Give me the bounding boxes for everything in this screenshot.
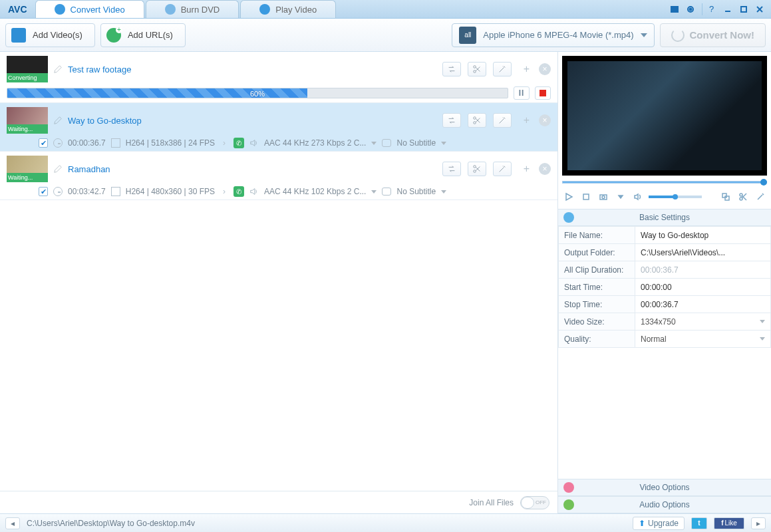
- video-preview[interactable]: [562, 56, 767, 176]
- upgrade-button[interactable]: ⬆Upgrade: [633, 517, 685, 530]
- file-name-field[interactable]: Way to Go-desktop: [635, 227, 771, 244]
- disc-icon: [165, 4, 176, 15]
- seek-bar[interactable]: [562, 180, 767, 185]
- list-item[interactable]: Waiting... Way to Go-desktop + × ✔ 00:00…: [0, 103, 557, 152]
- video-options-header[interactable]: Video Options: [558, 479, 771, 496]
- phone-icon: ✆: [233, 138, 244, 148]
- label-video-size: Video Size:: [559, 313, 635, 331]
- stop-button[interactable]: [535, 86, 551, 100]
- settings-icon[interactable]: [683, 3, 698, 15]
- stop-time-field[interactable]: 00:00:36.7: [635, 296, 771, 313]
- tab-burn-dvd[interactable]: Burn DVD: [146, 0, 239, 18]
- magic-wand-icon[interactable]: [493, 113, 512, 128]
- settings-table: File Name: Way to Go-desktop Output Fold…: [558, 226, 771, 348]
- toolbar: Add Video(s) Add URL(s) all Apple iPhone…: [0, 19, 771, 52]
- scissors-icon[interactable]: [468, 162, 486, 176]
- video-thumbnail[interactable]: Waiting...: [7, 107, 48, 134]
- convert-icon: [55, 4, 65, 15]
- add-urls-button[interactable]: Add URL(s): [100, 23, 186, 47]
- tab-play-video[interactable]: Play Video: [240, 0, 336, 18]
- minimize-button[interactable]: [720, 3, 735, 15]
- twitter-button[interactable]: t: [691, 517, 707, 529]
- edit-icon[interactable]: [53, 116, 63, 125]
- audio-dropdown[interactable]: AAC 44 KHz 273 Kbps 2 C...: [264, 138, 377, 148]
- facebook-like-button[interactable]: f Like: [714, 517, 744, 529]
- item-title[interactable]: Test raw footage: [68, 65, 131, 74]
- snapshot-dropdown[interactable]: [614, 191, 627, 203]
- clock-icon: [53, 187, 63, 196]
- chevron-down-icon: [760, 337, 765, 340]
- clock-icon: [53, 138, 63, 148]
- subtitle-dropdown[interactable]: No Subtitle: [396, 138, 446, 148]
- tab-label: Play Video: [275, 5, 317, 15]
- crop-button[interactable]: [719, 191, 732, 203]
- add-icon[interactable]: +: [524, 114, 530, 126]
- item-title[interactable]: Ramadhan: [68, 164, 110, 174]
- remove-icon[interactable]: ×: [539, 63, 551, 75]
- audio-dropdown[interactable]: AAC 44 KHz 102 Kbps 2 C...: [264, 187, 377, 196]
- checkbox[interactable]: ✔: [39, 187, 48, 196]
- remove-icon[interactable]: ×: [539, 163, 551, 175]
- subtitle-dropdown[interactable]: No Subtitle: [396, 187, 446, 196]
- progress-bar: 60%: [7, 88, 508, 98]
- quality-select[interactable]: Normal: [635, 331, 771, 348]
- video-thumbnail[interactable]: Waiting...: [7, 156, 48, 182]
- status-badge: Waiting...: [7, 124, 48, 134]
- menu-icon[interactable]: [667, 3, 682, 15]
- checkbox[interactable]: ✔: [39, 138, 48, 148]
- video-size-select[interactable]: 1334x750: [635, 313, 771, 331]
- basic-settings-header[interactable]: Basic Settings: [558, 209, 771, 226]
- magic-wand-icon[interactable]: [493, 62, 512, 76]
- system-buttons: ?: [667, 3, 771, 15]
- trim-button[interactable]: [736, 191, 750, 203]
- volume-slider[interactable]: [649, 196, 702, 198]
- item-title[interactable]: Way to Go-desktop: [68, 116, 142, 126]
- chevron-down-icon: [760, 320, 765, 323]
- remove-icon[interactable]: ×: [539, 114, 551, 126]
- stop-button[interactable]: [579, 191, 593, 203]
- add-icon[interactable]: +: [524, 63, 530, 75]
- swap-icon[interactable]: [442, 113, 461, 128]
- convert-now-button[interactable]: Convert Now!: [660, 23, 766, 47]
- magic-wand-icon[interactable]: [493, 162, 512, 176]
- add-videos-button[interactable]: Add Video(s): [5, 23, 95, 47]
- svg-point-4: [690, 8, 692, 10]
- audio-options-header[interactable]: Audio Options: [558, 496, 771, 513]
- start-time-field[interactable]: 00:00:00: [635, 279, 771, 296]
- svg-rect-6: [741, 7, 746, 12]
- edit-icon[interactable]: [53, 164, 63, 174]
- svg-point-10: [473, 70, 476, 73]
- join-all-label: Join All Files: [469, 498, 514, 507]
- pause-button[interactable]: II: [514, 86, 530, 100]
- scissors-icon[interactable]: [468, 62, 486, 76]
- help-button[interactable]: ?: [702, 3, 716, 15]
- scissors-icon[interactable]: [468, 113, 486, 128]
- volume-button[interactable]: [631, 191, 645, 203]
- label-output-folder: Output Folder:: [559, 244, 635, 261]
- list-item[interactable]: Waiting... Ramadhan + × ✔ 00:03:42.7: [0, 152, 557, 200]
- output-folder-field[interactable]: C:\Users\Ariel\Videos\...: [635, 244, 771, 261]
- label-clip-duration: All Clip Duration:: [559, 261, 635, 279]
- snapshot-button[interactable]: [597, 191, 610, 203]
- next-button[interactable]: ▸: [751, 517, 766, 529]
- caret-icon: ›: [220, 138, 228, 148]
- close-button[interactable]: [752, 3, 767, 15]
- edit-icon[interactable]: [53, 65, 63, 74]
- maximize-button[interactable]: [736, 3, 751, 15]
- play-button[interactable]: [562, 191, 575, 203]
- output-format-selector[interactable]: all Apple iPhone 6 MPEG-4 Movie (*.mp4): [452, 23, 654, 47]
- prev-button[interactable]: ◂: [5, 517, 20, 529]
- tab-convert-video[interactable]: Convert Video: [35, 0, 144, 18]
- join-toggle[interactable]: OFF: [520, 496, 549, 509]
- add-icon[interactable]: +: [524, 163, 530, 175]
- swap-icon[interactable]: [442, 162, 461, 176]
- status-badge: Waiting...: [7, 173, 48, 182]
- svg-point-12: [473, 122, 476, 124]
- effects-button[interactable]: [754, 191, 767, 203]
- clip-duration-value: 00:00:36.7: [635, 261, 771, 279]
- video-thumbnail[interactable]: Converting: [7, 56, 48, 82]
- svg-point-11: [473, 117, 476, 120]
- swap-icon[interactable]: [442, 62, 461, 76]
- list-footer: Join All Files OFF: [0, 491, 557, 513]
- svg-point-14: [473, 170, 476, 173]
